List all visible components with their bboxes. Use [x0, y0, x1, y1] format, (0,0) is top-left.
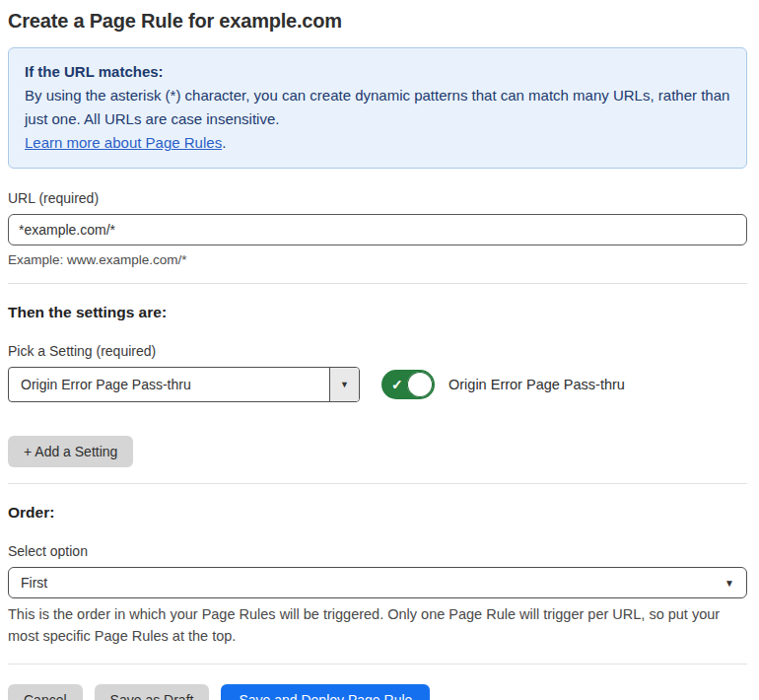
url-example-helper: Example: www.example.com/*: [8, 252, 747, 267]
add-setting-button[interactable]: + Add a Setting: [8, 436, 133, 467]
url-field-label: URL (required): [8, 190, 747, 206]
toggle-label: Origin Error Page Pass-thru: [448, 377, 625, 392]
info-box-heading: If the URL matches:: [25, 60, 730, 84]
setting-picker-dropdown[interactable]: Origin Error Page Pass-thru ▼: [8, 367, 360, 402]
caret-down-icon[interactable]: ▼: [329, 368, 359, 401]
save-and-deploy-button[interactable]: Save and Deploy Page Rule: [221, 684, 430, 700]
pick-setting-label: Pick a Setting (required): [8, 343, 747, 359]
save-as-draft-button[interactable]: Save as Draft: [95, 684, 210, 700]
info-box-body: By using the asterisk (*) character, you…: [25, 84, 730, 131]
divider: [8, 664, 747, 665]
settings-section-heading: Then the settings are:: [8, 304, 747, 321]
order-select-value: First: [21, 575, 47, 591]
toggle-knob: [407, 372, 433, 397]
url-matches-info-box: If the URL matches: By using the asteris…: [8, 47, 747, 169]
divider: [8, 283, 747, 284]
learn-more-link[interactable]: Learn more about Page Rules: [25, 134, 222, 151]
check-icon: ✓: [391, 377, 403, 392]
order-select[interactable]: First ▼: [8, 567, 747, 598]
origin-error-toggle[interactable]: ✓: [381, 370, 435, 399]
setting-picker-value: Origin Error Page Pass-thru: [9, 368, 329, 401]
info-box-link-line: Learn more about Page Rules.: [25, 131, 730, 155]
select-option-label: Select option: [8, 543, 747, 559]
cancel-button[interactable]: Cancel: [8, 684, 83, 700]
order-helper-text: This is the order in which your Page Rul…: [8, 604, 747, 648]
caret-down-icon: ▼: [724, 578, 734, 589]
setting-row: Origin Error Page Pass-thru ▼ ✓ Origin E…: [8, 367, 747, 402]
divider: [8, 483, 747, 484]
link-suffix: .: [222, 134, 226, 151]
order-section-heading: Order:: [8, 504, 747, 522]
url-input[interactable]: [8, 214, 747, 245]
action-buttons-row: Cancel Save as Draft Save and Deploy Pag…: [8, 684, 747, 700]
page-title: Create a Page Rule for example.com: [8, 10, 747, 33]
